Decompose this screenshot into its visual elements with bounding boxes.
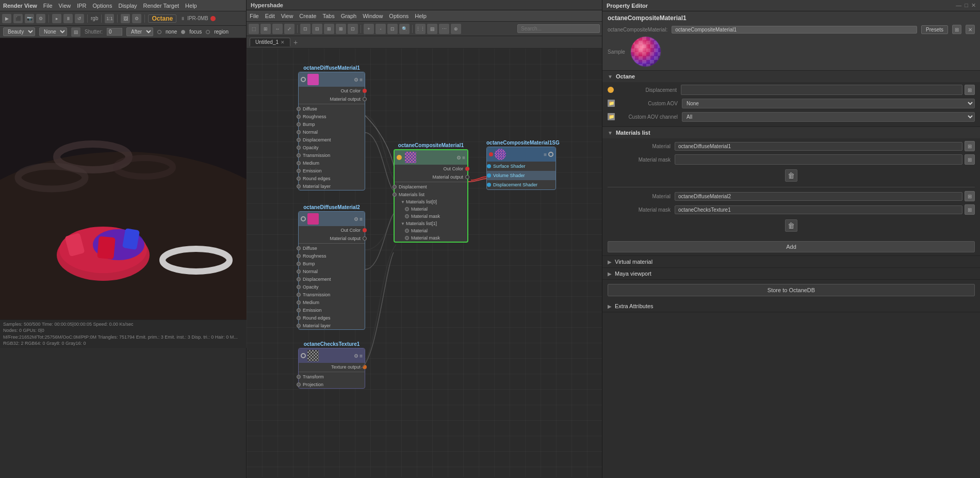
node-diffuse1-bump-port[interactable] [297,122,301,126]
node-diffuse2-transmission-port[interactable] [297,293,301,297]
pe-custom-aov-channel-select[interactable]: All [682,112,975,122]
stop-icon[interactable]: ⬛ [13,14,23,23]
hs-layout[interactable]: ▤ [427,24,437,34]
beauty-dropdown[interactable]: Beauty [3,27,35,36]
add-tab-button[interactable]: + [291,38,300,46]
expand-icon2[interactable]: ▼ [401,221,405,226]
expand-icon1[interactable]: ▼ [401,200,405,204]
camera-icon[interactable]: 📷 [25,14,34,23]
hs-grid[interactable]: ⋮⋮ [415,24,426,34]
pe-octane-section-header[interactable]: ▼ Octane [602,71,980,82]
node-checks-menu-icon[interactable]: ≡ [360,353,363,359]
pe-material-mask1-value[interactable] [675,154,962,165]
node-checks-transform-port[interactable] [297,375,301,379]
render-icon[interactable]: ▶ [2,14,11,23]
node-diffuse2-emission-port[interactable] [297,308,301,312]
pe-material2-link-icon[interactable]: ⊞ [965,191,975,201]
hs-zoom-in[interactable]: + [364,24,374,34]
pe-material-mask2-link-icon[interactable]: ⊞ [965,204,975,215]
hs-connect[interactable]: ⊕ [451,24,461,34]
node-composite[interactable]: octaneCompositeMaterial1 ⚙ ≡ Out Color M… [394,141,468,243]
node-composite-sg[interactable]: octaneCompositeMaterial1SG ≡ Surface Sha… [486,139,556,190]
hs-tool4[interactable]: ⤢ [284,24,295,34]
node-diffuse1-diffuse-port[interactable] [297,107,301,111]
node-diffuse2-bump-port[interactable] [297,262,301,266]
node-composite-material-port1[interactable] [405,229,409,233]
hs-menu-window[interactable]: Window [363,13,383,19]
node-diffuse2-normal-port[interactable] [297,269,301,274]
after-dropdown[interactable]: After [126,27,153,36]
node-composite-material-port0[interactable] [405,207,409,211]
hs-tool7[interactable]: ⊞ [324,24,334,34]
hs-tool6[interactable]: ⊟ [312,24,322,34]
node-composite-displacement-port[interactable] [393,185,397,189]
node-diffuse1-menu-icon[interactable]: ≡ [360,77,363,83]
node-diffuse1-emission-port[interactable] [297,169,301,173]
pe-material1-link-icon[interactable]: ⊞ [965,141,975,151]
presets-button[interactable]: Presets [921,25,948,34]
hs-tool9[interactable]: ⊡ [348,24,358,34]
node-composite-mat-output-port[interactable] [465,175,469,179]
node-diffuse2-mat-output-port[interactable] [363,236,367,241]
hs-tool1[interactable]: ⬚ [249,24,259,34]
hypershade-tab-untitled[interactable]: Untitled_1 ✕ [250,38,290,46]
node-sg-output-dot[interactable] [548,152,553,157]
hs-zoom-out[interactable]: - [375,24,386,34]
pe-delete-material1-button[interactable]: 🗑 [785,169,797,182]
node-checks-texture-output-port[interactable] [363,365,367,369]
rv-menu-help[interactable]: Help [185,3,197,9]
node-graph[interactable]: octaneDiffuseMaterial1 ⚙ ≡ Out Color [247,49,602,477]
hs-arrange[interactable]: ⋯ [439,24,449,34]
shutter-input[interactable] [107,28,122,36]
node-diffuse1-transmission-port[interactable] [297,153,301,157]
node-composite-orange-dot[interactable] [397,155,402,160]
rv-menu-render-target[interactable]: Render Target [143,3,179,9]
node-diffuse1-roughness-port[interactable] [297,115,301,119]
refresh-icon[interactable]: ↺ [75,14,84,23]
pe-material-mask1-link-icon[interactable]: ⊞ [965,154,975,165]
node-diffuse2-settings-icon[interactable]: ⚙ [354,216,358,222]
node-sg-surface-port[interactable] [487,164,491,168]
pe-materials-list-header[interactable]: ▼ Materials list [602,127,980,138]
node-composite-out-color-port[interactable] [465,167,469,171]
node-diffuse2-medium-port[interactable] [297,300,301,305]
search-input[interactable] [517,24,600,33]
pe-custom-aov-select[interactable]: None [682,99,975,108]
node-checks-projection-port[interactable] [297,383,301,387]
node-diffuse1-medium-port[interactable] [297,161,301,165]
hs-tool8[interactable]: ⊠ [336,24,346,34]
hs-fit[interactable]: ⊡ [387,24,398,34]
node-composite-material-mask-port1[interactable] [405,236,409,240]
pe-mat-input[interactable] [672,26,917,34]
hs-tool3[interactable]: ↔ [272,24,283,34]
settings-icon[interactable]: ⚙ [36,14,45,23]
pe-material-mask2-input[interactable] [675,205,962,214]
none-dropdown[interactable]: None [39,27,67,36]
rv-menu-ipr[interactable]: IPR [77,3,86,9]
node-diffuse1-round-edges-port[interactable] [297,177,301,181]
radio-region[interactable] [206,30,210,34]
node-sg-red-dot[interactable] [489,152,493,156]
node-diffuse2-roughness-port[interactable] [297,254,301,258]
node-checks-input-dot[interactable] [301,353,306,358]
node-diffuse1-normal-port[interactable] [297,130,301,134]
node-composite-materials-list-port[interactable] [393,193,397,197]
node-diffuse2[interactable]: octaneDiffuseMaterial2 ⚙ ≡ Out Color Mat… [298,203,365,330]
node-diffuse2-menu-icon[interactable]: ≡ [360,216,363,222]
node-checks-settings-icon[interactable]: ⚙ [354,353,358,359]
node-diffuse1-out-color-port[interactable] [363,89,367,93]
tab-close-icon[interactable]: ✕ [281,40,285,45]
node-diffuse1-input-dot[interactable] [301,77,306,82]
pe-extra-attributes-section[interactable]: ▶ Extra Attributes [602,300,980,312]
ratio-icon[interactable]: 1:1 [105,14,114,23]
node-diffuse2-displacement-port[interactable] [297,277,301,281]
node-diffuse1[interactable]: octaneDiffuseMaterial1 ⚙ ≡ Out Color [298,64,365,190]
node-diffuse1-material-layer-port[interactable] [297,184,301,188]
radio-none[interactable] [157,30,161,34]
stop-button[interactable] [210,16,216,21]
hs-menu-create[interactable]: Create [299,13,316,19]
hs-menu-options[interactable]: Options [389,13,409,19]
hs-tool5[interactable]: ⊡ [300,24,311,34]
hs-menu-edit[interactable]: Edit [265,13,275,19]
node-diffuse2-out-color-port[interactable] [363,228,367,232]
